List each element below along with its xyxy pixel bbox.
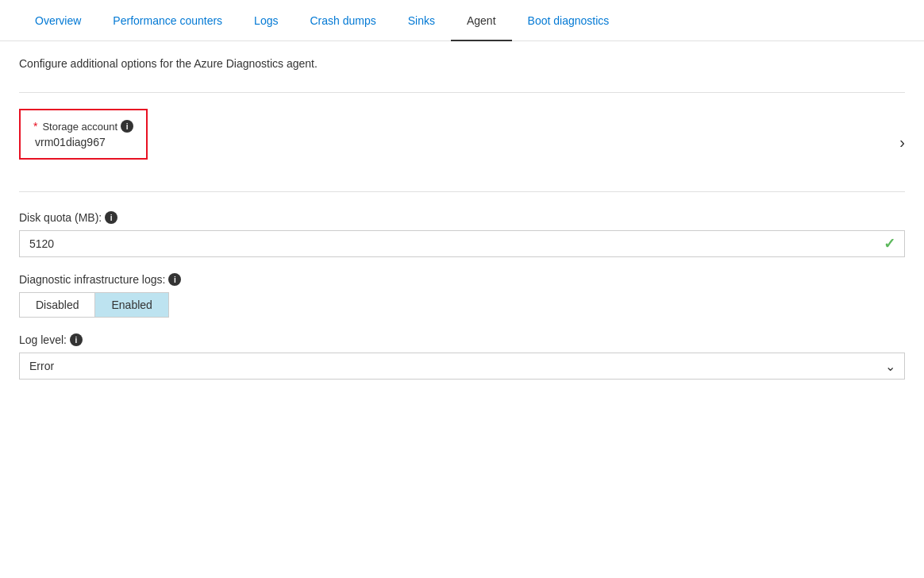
log-level-label: Log level: [19,333,67,346]
storage-account-inner: * Storage account i vrm01diag967 [33,120,133,148]
diag-infra-logs-label-row: Diagnostic infrastructure logs: i [19,273,905,286]
log-level-section: Log level: i Error Warning Information V… [19,333,905,380]
log-level-label-row: Log level: i [19,333,905,346]
disk-quota-info-icon[interactable]: i [105,211,117,224]
storage-account-value: vrm01diag967 [33,136,133,148]
storage-account-selector[interactable]: * Storage account i vrm01diag967 [19,109,148,160]
diag-infra-logs-label: Diagnostic infrastructure logs: [19,273,165,286]
tab-agent[interactable]: Agent [451,0,512,41]
log-level-select[interactable]: Error Warning Information Verbose [19,353,905,380]
required-star: * [33,120,37,133]
main-content: Configure additional options for the Azu… [0,41,924,411]
storage-account-label: Storage account [42,121,117,133]
disk-quota-label-row: Disk quota (MB): i [19,211,905,224]
disk-quota-input[interactable] [19,230,905,257]
disk-quota-section: Disk quota (MB): i ✓ [19,211,905,257]
storage-chevron-right-icon[interactable]: › [899,133,905,152]
storage-label-row: * Storage account i [33,120,133,133]
storage-account-section: * Storage account i vrm01diag967 › [19,109,905,192]
tab-boot-diagnostics[interactable]: Boot diagnostics [512,0,626,41]
diag-infra-logs-info-icon[interactable]: i [168,273,181,286]
toggle-disabled[interactable]: Disabled [20,293,95,317]
divider-top [19,92,905,93]
tab-sinks[interactable]: Sinks [392,0,451,41]
disk-quota-check-icon: ✓ [884,235,895,252]
tab-navigation: Overview Performance counters Logs Crash… [0,0,924,41]
tab-overview[interactable]: Overview [19,0,97,41]
log-level-info-icon[interactable]: i [70,333,83,346]
toggle-enabled[interactable]: Enabled [95,293,167,317]
tab-performance-counters[interactable]: Performance counters [97,0,238,41]
log-level-select-wrapper: Error Warning Information Verbose ⌄ [19,353,905,380]
disk-quota-label: Disk quota (MB): [19,211,102,224]
page-description: Configure additional options for the Azu… [19,57,905,70]
tab-crash-dumps[interactable]: Crash dumps [294,0,391,41]
disk-quota-input-wrapper: ✓ [19,230,905,257]
diag-infra-logs-section: Diagnostic infrastructure logs: i Disabl… [19,273,905,318]
tab-logs[interactable]: Logs [238,0,294,41]
storage-account-info-icon[interactable]: i [121,120,133,133]
diag-infra-logs-toggle: Disabled Enabled [19,292,169,318]
